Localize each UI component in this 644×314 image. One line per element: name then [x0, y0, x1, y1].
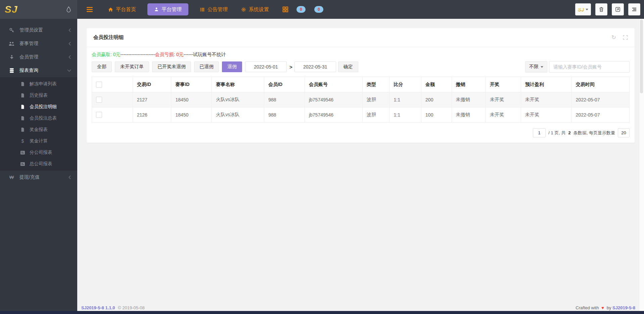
- open-external-button[interactable]: [612, 3, 624, 15]
- sidebar-subitem-label: 会员投注明细: [30, 104, 57, 110]
- column-header-draw: 开奖: [486, 77, 521, 92]
- document-icon: [20, 93, 25, 98]
- filter-drawn-uncommissioned-button[interactable]: 已开奖未退佣: [152, 61, 191, 72]
- sidebar-subitem-unfreeze-requests[interactable]: 解冻申请列表: [0, 78, 77, 90]
- database-icon: [9, 68, 14, 73]
- member-bet-details-card: 会员投注明细 ↻ 会员赢取: 0元----------------------: [87, 28, 635, 143]
- column-header-cancel: 撤销: [452, 77, 486, 92]
- sidebar-subitem-branch-report[interactable]: 分公司报表: [0, 147, 77, 158]
- date-from-input[interactable]: [245, 61, 287, 72]
- member-icon: [9, 54, 14, 60]
- sidebar-subitem-member-bet-details[interactable]: 会员投注明细: [0, 101, 77, 113]
- win-value: 0元: [113, 52, 121, 57]
- date-range-arrow-icon: >: [289, 64, 292, 70]
- sidebar-item-member-management[interactable]: 会员管理: [0, 50, 77, 64]
- card-tools: ↻: [611, 35, 628, 40]
- document-icon: [20, 127, 25, 132]
- nav-label: 公告管理: [208, 6, 228, 13]
- sidebar-item-match-management[interactable]: 赛事管理: [0, 37, 77, 50]
- fullscreen-icon[interactable]: [623, 35, 628, 40]
- sidebar-subitem-label: 总公司报表: [30, 161, 52, 167]
- sidebar-subitem-head-office-report[interactable]: 总公司报表: [0, 158, 77, 170]
- nav-item-announcements[interactable]: 公告管理: [193, 3, 234, 15]
- notification-badge-2[interactable]: 0: [314, 6, 323, 13]
- row-checkbox[interactable]: [96, 97, 102, 103]
- user-icon: [154, 7, 159, 12]
- scope-dropdown-button[interactable]: 不限: [525, 61, 547, 73]
- filter-undrawn-orders-button[interactable]: 未开奖订单: [115, 61, 149, 72]
- nav-item-platform-home[interactable]: 平台首页: [101, 3, 143, 15]
- row-checkbox[interactable]: [96, 112, 102, 118]
- list-lines-icon: [632, 7, 637, 12]
- filter-commissioned-button[interactable]: 已退佣: [194, 61, 219, 72]
- cell-draw: 未开奖: [486, 107, 521, 123]
- page-size-input[interactable]: [618, 128, 630, 137]
- sidebar-subitem-label: 分公司报表: [30, 149, 52, 155]
- sidebar-subitem-label: 历史报表: [30, 92, 48, 98]
- nav-label: 平台管理: [162, 6, 182, 13]
- date-to-input[interactable]: [294, 61, 336, 72]
- sidebar-subitem-prize-calculation[interactable]: $ 奖金计算: [0, 135, 77, 147]
- nav-label: 系统设置: [249, 6, 269, 13]
- chevron-left-icon: [68, 42, 71, 46]
- menu-toggle-icon[interactable]: [87, 7, 93, 12]
- more-menu-button[interactable]: [628, 3, 640, 15]
- external-link-icon: [615, 7, 620, 12]
- search-group: 不限: [525, 61, 630, 73]
- sidebar-subitem-history-report[interactable]: 历史报表: [0, 90, 77, 101]
- topbar: SJ 平台首页 平: [0, 0, 644, 19]
- sidebar-item-withdraw-deposit[interactable]: ₩ 提现/充值: [0, 171, 77, 184]
- theme-logo-dropdown-button[interactable]: SJ: [575, 3, 591, 15]
- pagination-text-after: 条数据, 每页显示数量: [573, 130, 615, 136]
- notification-badge-1[interactable]: 0: [296, 6, 306, 13]
- select-all-cell: [92, 77, 133, 92]
- confirm-button[interactable]: 确定: [338, 61, 358, 72]
- filter-all-button[interactable]: 全部: [92, 61, 112, 72]
- scope-dropdown-label: 不限: [529, 64, 539, 70]
- sidebar-item-reports[interactable]: 报表查询: [0, 64, 77, 77]
- document-icon: [20, 104, 25, 109]
- column-header-type: 类型: [362, 77, 389, 92]
- chevron-left-icon: [68, 175, 71, 179]
- scrollbar-thumb[interactable]: [640, 19, 643, 93]
- table-row[interactable]: 2126 18450 火队vs冰队 988 jb75749546 波胆 1:1 …: [92, 107, 630, 123]
- key-icon: [9, 28, 14, 33]
- refresh-icon[interactable]: ↻: [611, 35, 616, 40]
- sidebar-subitem-prize-report[interactable]: 奖金报表: [0, 124, 77, 135]
- nav-item-system-settings[interactable]: 系统设置: [234, 3, 276, 15]
- cell-member-account: jb75749546: [305, 92, 362, 107]
- grid-apps-icon[interactable]: [282, 6, 288, 12]
- filter-commission-button[interactable]: 退佣: [222, 61, 242, 72]
- page-number-input[interactable]: [533, 128, 546, 137]
- water-drop-icon[interactable]: [66, 6, 71, 13]
- vertical-scrollbar[interactable]: [639, 19, 644, 311]
- cell-match-name: 火队vs冰队: [212, 107, 264, 123]
- cell-amount: 100: [421, 107, 452, 123]
- footer-version-link[interactable]: SJ2019-5-8 1.1.0: [81, 305, 115, 310]
- bottom-edge-bar: [0, 311, 644, 314]
- row-select-cell: [92, 107, 133, 123]
- cell-cancel: 未撤销: [452, 92, 486, 107]
- cell-member-id: 988: [264, 92, 305, 107]
- search-input[interactable]: [549, 61, 630, 73]
- chevron-down-icon: [67, 69, 71, 72]
- sidebar-subitem-member-bet-summary[interactable]: 会员投注总表: [0, 113, 77, 124]
- page-title: 会员投注明细: [93, 34, 124, 41]
- table-row[interactable]: 2127 18450 火队vs冰队 988 jb75749546 波胆 1:1 …: [92, 92, 630, 107]
- nav-label: 平台首页: [116, 6, 136, 13]
- announcement-list-icon: [200, 7, 205, 12]
- stats-line: 会员赢取: 0元----------------------会员亏损: 0元--…: [92, 52, 630, 58]
- select-all-checkbox[interactable]: [96, 82, 102, 88]
- clear-cache-button[interactable]: [595, 3, 607, 15]
- dashes: ----------------------: [121, 52, 155, 57]
- cell-expected-profit: 未开奖: [521, 107, 571, 123]
- main-content: 会员投注明细 ↻ 会员赢取: 0元----------------------: [77, 19, 644, 314]
- top-navigation: 平台首页 平台管理 公告管理: [77, 0, 644, 19]
- table-header-row: 交易ID 赛事ID 赛事名称 会员ID 会员账号 类型 比分 金额 撤销 开奖: [92, 77, 630, 92]
- cell-expected-profit: 未开奖: [521, 92, 571, 107]
- footer-brand-link[interactable]: SJ2019-5-8: [612, 305, 635, 310]
- column-header-score: 比分: [389, 77, 421, 92]
- cell-cancel: 未撤销: [452, 107, 486, 123]
- nav-item-platform-admin[interactable]: 平台管理: [147, 3, 188, 15]
- sidebar-item-admin-settings[interactable]: 管理员设置: [0, 24, 77, 37]
